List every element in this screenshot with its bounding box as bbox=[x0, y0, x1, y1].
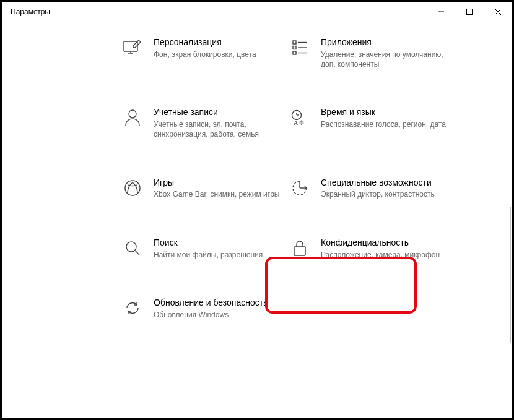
tile-title: Персонализация bbox=[154, 36, 280, 48]
tile-time-language[interactable]: A 字 Время и язык Распознавание голоса, р… bbox=[285, 103, 452, 143]
settings-window: Параметры bbox=[2, 2, 512, 418]
svg-point-13 bbox=[129, 110, 136, 118]
tile-apps[interactable]: Приложения Удаление, значения по умолчан… bbox=[285, 33, 452, 73]
tile-desc: Расположение, камера, микрофон bbox=[321, 250, 447, 260]
tile-desc: Удаление, значения по умолчанию, доп. ко… bbox=[321, 49, 447, 69]
maximize-button[interactable] bbox=[455, 2, 484, 22]
tile-desc: Распознавание голоса, регион, дата bbox=[321, 119, 447, 129]
svg-point-22 bbox=[126, 242, 136, 252]
tile-title: Учетные записи bbox=[154, 106, 280, 118]
apps-icon bbox=[290, 38, 310, 58]
svg-text:A: A bbox=[294, 119, 298, 126]
tile-title: Приложения bbox=[321, 36, 447, 48]
tile-title: Конфиденциальность bbox=[321, 237, 447, 249]
tile-desc: Учетные записи, эл. почта, синхронизация… bbox=[154, 119, 280, 139]
tile-update-security[interactable]: Обновление и безопасность Обновления Win… bbox=[118, 293, 285, 324]
search-icon bbox=[123, 238, 142, 258]
tile-title: Обновление и безопасность bbox=[154, 297, 280, 309]
ease-of-access-icon bbox=[290, 178, 310, 198]
titlebar: Параметры bbox=[2, 2, 512, 22]
personalization-icon bbox=[123, 38, 142, 58]
tile-title: Время и язык bbox=[321, 106, 447, 118]
tile-search[interactable]: Поиск Найти мои файлы, разрешения bbox=[118, 233, 285, 264]
tile-desc: Экранный диктор, контрастность bbox=[321, 189, 447, 199]
lock-icon bbox=[290, 238, 310, 258]
svg-rect-9 bbox=[293, 46, 296, 49]
svg-rect-7 bbox=[293, 41, 296, 44]
gaming-icon bbox=[123, 178, 142, 198]
settings-content: Персонализация Фон, экран блокировки, цв… bbox=[2, 22, 512, 418]
scrollbar[interactable] bbox=[510, 207, 511, 343]
svg-rect-24 bbox=[294, 247, 305, 255]
accounts-icon bbox=[123, 108, 142, 127]
time-language-icon: A 字 bbox=[290, 108, 310, 127]
tile-desc: Фон, экран блокировки, цвета bbox=[154, 49, 280, 59]
close-button[interactable] bbox=[484, 2, 512, 22]
tile-desc: Найти мои файлы, разрешения bbox=[154, 250, 280, 260]
settings-grid: Персонализация Фон, экран блокировки, цв… bbox=[82, 33, 487, 324]
tile-gaming[interactable]: Игры Xbox Game Bar, снимки, режим игры bbox=[118, 173, 285, 204]
tile-title: Поиск bbox=[154, 237, 280, 249]
tile-ease-of-access[interactable]: Специальные возможности Экранный диктор,… bbox=[285, 173, 452, 204]
tile-title: Специальные возможности bbox=[321, 177, 447, 189]
tile-privacy[interactable]: Конфиденциальность Расположение, камера,… bbox=[285, 233, 452, 264]
tile-personalization[interactable]: Персонализация Фон, экран блокировки, цв… bbox=[118, 33, 285, 73]
svg-rect-1 bbox=[467, 9, 473, 15]
window-title: Параметры bbox=[11, 7, 50, 16]
svg-line-23 bbox=[135, 251, 139, 255]
window-controls bbox=[427, 2, 512, 22]
minimize-button[interactable] bbox=[427, 2, 455, 22]
tile-accounts[interactable]: Учетные записи Учетные записи, эл. почта… bbox=[118, 103, 285, 143]
tile-title: Игры bbox=[154, 177, 280, 189]
update-icon bbox=[123, 298, 142, 318]
tile-desc: Обновления Windows bbox=[154, 310, 280, 320]
tile-desc: Xbox Game Bar, снимки, режим игры bbox=[154, 189, 280, 199]
svg-rect-11 bbox=[293, 51, 296, 54]
svg-text:字: 字 bbox=[299, 120, 304, 126]
